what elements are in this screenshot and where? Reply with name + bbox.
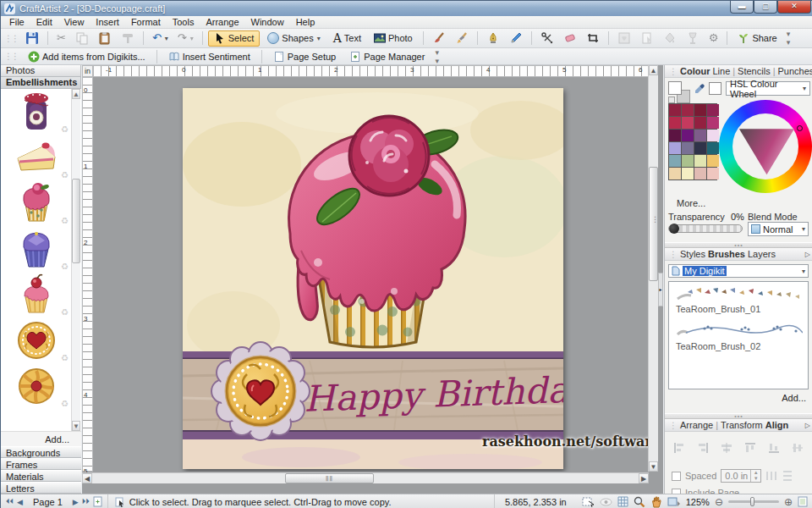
align-top-button[interactable] <box>744 442 756 454</box>
undo-button[interactable]: ↶▾ <box>149 30 172 47</box>
scroll-up-arrow[interactable]: ▲ <box>72 89 80 99</box>
palette-swatch[interactable] <box>707 104 719 116</box>
restore-button[interactable]: ▢ <box>754 1 777 14</box>
format-painter-button[interactable] <box>118 30 138 47</box>
fill-button[interactable] <box>660 30 680 47</box>
menu-help[interactable]: Help <box>296 17 315 27</box>
panel-expand-arrow[interactable]: ▷ <box>805 251 810 258</box>
panel-grip[interactable]: ⋮ <box>669 421 676 430</box>
scrollbar-thumb[interactable] <box>72 179 80 263</box>
pan-hand-icon[interactable] <box>650 496 662 508</box>
tab-align[interactable]: Align <box>765 420 789 430</box>
palette-swatch[interactable] <box>669 155 681 167</box>
tab-styles[interactable]: Styles <box>680 249 705 259</box>
tab-transform[interactable]: Transform <box>721 420 763 430</box>
palette-swatch[interactable] <box>707 155 719 167</box>
sidebar-tab-embellishments[interactable]: Embellishments <box>1 77 80 89</box>
first-page-button[interactable]: ⏴⏴ <box>6 497 14 506</box>
align-left-button[interactable] <box>673 442 685 454</box>
sidebar-category-backgrounds[interactable]: Backgrounds <box>1 446 81 458</box>
zoom-slider-thumb[interactable] <box>750 497 754 506</box>
embellishment-jam-heart-biscuit[interactable]: ♻ <box>3 318 70 363</box>
redo-button[interactable]: ↷▾ <box>174 30 197 47</box>
tab-arrange[interactable]: Arrange <box>680 420 713 430</box>
tab-stencils[interactable]: Stencils <box>738 66 771 76</box>
tab-punches[interactable]: Punches <box>778 66 812 76</box>
photo-tool-button[interactable]: Photo <box>369 30 418 47</box>
sidebar-scrollbar[interactable]: ▲ ▼ <box>71 89 80 431</box>
pen-button[interactable] <box>483 30 503 47</box>
tab-line[interactable]: Line <box>712 66 730 76</box>
slider-knob[interactable] <box>669 224 679 234</box>
digikit-dropdown[interactable]: My Digikit ▾ <box>668 264 809 278</box>
page-manager-button[interactable]: Page Manager <box>344 48 430 64</box>
palette-swatch[interactable] <box>694 117 706 129</box>
spacing-spinner[interactable]: 0.0 in ▲▼ <box>721 469 761 483</box>
zoom-out-button[interactable]: ⊖ <box>715 496 723 508</box>
frame-button[interactable] <box>614 30 634 47</box>
palette-swatch[interactable] <box>694 130 706 141</box>
workspace[interactable]: Happy Birthday rasekhoon.net/software <box>93 77 649 472</box>
embellishment-purple-cupcake[interactable]: ♻ <box>3 226 70 272</box>
palette-swatch[interactable] <box>682 130 694 141</box>
panel-expand-arrow[interactable]: ▷ <box>805 422 810 429</box>
crop-button[interactable] <box>583 30 603 47</box>
sidebar-category-frames[interactable]: Frames <box>1 458 81 470</box>
embellishment-swirl-biscuit[interactable]: ♻ <box>3 363 70 409</box>
sidebar-tab-photos[interactable]: Photos <box>1 65 80 77</box>
scroll-right-arrow[interactable]: ▶ <box>639 473 649 483</box>
embellishment-cherry-cupcake[interactable]: ♻ <box>3 272 70 318</box>
palette-swatch[interactable] <box>694 104 706 116</box>
panel-collapse-handle[interactable]: ▸ <box>658 273 663 306</box>
glass-button[interactable] <box>683 30 703 47</box>
scroll-down-arrow[interactable]: ▼ <box>72 421 80 431</box>
card-page[interactable]: Happy Birthday <box>183 88 563 469</box>
palette-swatch[interactable] <box>707 142 719 154</box>
palette-swatch[interactable] <box>682 117 694 129</box>
hue-marker[interactable] <box>797 125 803 131</box>
palette-swatch[interactable] <box>669 168 681 179</box>
palette-swatch[interactable] <box>707 117 719 129</box>
share-button[interactable]: Share <box>732 30 782 47</box>
toolbar-grip[interactable]: ⋮⋮ <box>4 34 18 43</box>
spaced-checkbox[interactable] <box>672 472 681 481</box>
distribute-horizontal-button[interactable] <box>765 470 777 482</box>
add-items-button[interactable]: Add items from Digikits... <box>23 48 151 64</box>
tab-brushes[interactable]: Brushes <box>708 249 745 259</box>
menu-edit[interactable]: Edit <box>36 17 52 27</box>
sidebar-category-letters[interactable]: Letters <box>1 482 81 494</box>
menu-format[interactable]: Format <box>131 17 161 27</box>
scroll-down-arrow[interactable]: ▼ <box>649 461 658 472</box>
add-brush-link[interactable]: Add... <box>782 393 806 403</box>
spinner-arrows[interactable]: ▲▼ <box>750 470 760 482</box>
menu-file[interactable]: File <box>9 17 25 27</box>
toolbar-overflow-button[interactable]: ▾▾ <box>787 30 791 47</box>
close-button[interactable]: ✕ <box>777 1 811 14</box>
palette-swatch[interactable] <box>669 130 681 141</box>
zoom-in-button[interactable]: ⊕ <box>784 496 793 508</box>
palette-swatch[interactable] <box>682 155 694 167</box>
panel-grip[interactable]: ⋮ <box>669 250 676 259</box>
copy-button[interactable] <box>72 30 92 47</box>
shapes-dropdown-arrow[interactable]: ▾ <box>317 35 321 42</box>
palette-swatch[interactable] <box>682 142 694 154</box>
canvas-horizontal-scrollbar[interactable]: ◀ ⦀⦀ ▶ <box>82 472 649 483</box>
selection-mode-icon[interactable] <box>582 496 595 508</box>
canvas-vertical-scrollbar[interactable]: ▲ ▼ <box>648 65 658 472</box>
more-colours-link[interactable]: More... <box>677 198 705 208</box>
grid-icon[interactable] <box>617 496 628 507</box>
palette-swatch[interactable] <box>707 130 719 141</box>
embellishment-rose-cupcake[interactable]: ♻ <box>3 180 70 226</box>
embellishment-jam-jar[interactable]: ♻ <box>3 89 70 135</box>
page-setup-button[interactable]: Page Setup <box>268 48 342 64</box>
distribute-vertical-button[interactable] <box>782 470 793 482</box>
scroll-left-arrow[interactable]: ◀ <box>82 473 92 483</box>
hsl-colour-wheel[interactable] <box>719 100 812 193</box>
menu-tools[interactable]: Tools <box>173 17 195 27</box>
scrollbar-thumb[interactable] <box>649 167 658 281</box>
colour-mode-dropdown[interactable]: HSL Colour Wheel▾ <box>726 81 810 96</box>
align-centre-button[interactable] <box>721 442 732 454</box>
redo-dropdown-arrow[interactable]: ▾ <box>190 35 194 42</box>
tab-colour[interactable]: Colour <box>680 66 710 76</box>
toolbar2-grip[interactable]: ⋮⋮ <box>4 52 18 61</box>
